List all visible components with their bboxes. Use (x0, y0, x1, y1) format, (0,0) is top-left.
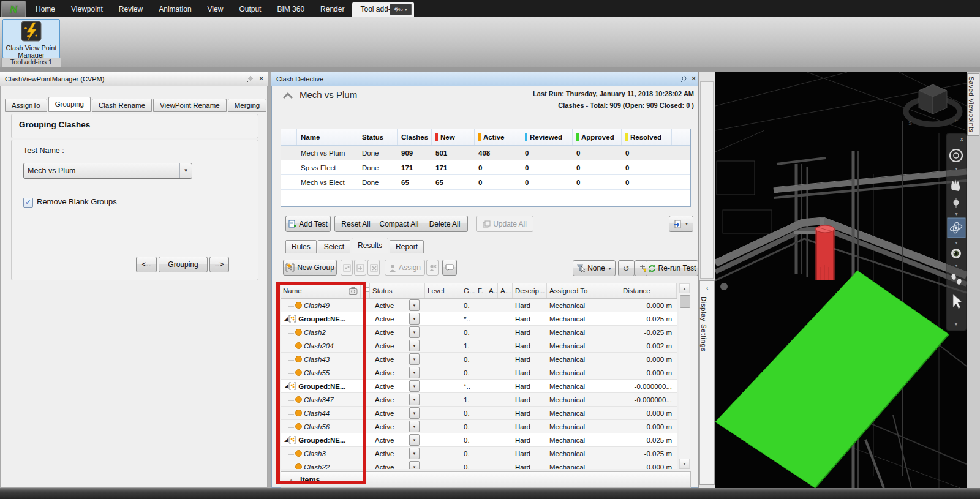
status-dropdown-button[interactable]: ▼ (409, 326, 420, 338)
summary-col-clashes[interactable]: Clashes (398, 129, 432, 145)
close-icon[interactable]: x (960, 136, 963, 142)
clash-view-point-manager-button[interactable]: Clash View Point Manager (2, 19, 60, 58)
results-col-a2[interactable]: A... (498, 283, 513, 298)
status-dropdown-button[interactable]: ▼ (409, 461, 420, 469)
results-col-asgn[interactable]: Assigned To (547, 283, 620, 298)
results-clash-row[interactable]: Clash44Active▼0.HardMechanical0.000 m (281, 407, 677, 420)
results-col-level[interactable]: Level (425, 283, 461, 298)
items-section-bar[interactable]: ▲ Items (281, 471, 691, 488)
ribbon-tab-review[interactable]: Review (111, 2, 151, 17)
add-comment-button[interactable] (442, 260, 457, 276)
summary-col-status[interactable]: Status (358, 129, 398, 145)
status-dropdown-button[interactable]: ▼ (409, 434, 420, 446)
close-icon[interactable]: ✕ (691, 75, 696, 82)
ribbon-tab-view[interactable]: View (200, 2, 232, 17)
undo-button[interactable]: ↺ (618, 260, 635, 276)
status-dropdown-button[interactable]: ▼ (409, 394, 420, 405)
ribbon-tab-home[interactable]: Home (28, 2, 63, 17)
orbit-icon[interactable] (948, 218, 965, 238)
status-dropdown-button[interactable]: ▼ (409, 407, 420, 419)
scrollbar-thumb[interactable] (680, 295, 690, 308)
results-clash-row[interactable]: Clash43Active▼0.HardMechanical0.000 m (281, 353, 677, 366)
cvpm-panel-titlebar[interactable]: ClashViewPointManager (CVPM) ✕ (0, 72, 268, 86)
close-icon[interactable]: ✕ (258, 75, 264, 82)
status-dropdown-button[interactable]: ▼ (409, 380, 420, 392)
status-dropdown-button[interactable]: ▼ (409, 448, 420, 459)
summary-col-resolved[interactable]: Resolved (622, 129, 672, 145)
summary-row[interactable]: Mech vs PlumDone909501408000 (281, 146, 690, 160)
new-group-button[interactable]: New Group (283, 260, 337, 276)
ribbon-tab-output[interactable]: Output (231, 2, 269, 17)
add-test-button[interactable]: Add Test (285, 216, 331, 232)
grouping-button[interactable]: Grouping (159, 257, 208, 272)
tree-expanded-icon[interactable]: ◢ (284, 437, 288, 443)
results-scrollbar[interactable]: ▲ ▼ (679, 283, 690, 469)
results-group-row[interactable]: ◢Grouped:NE...Active▼*..HardMechanical-0… (281, 312, 677, 326)
summary-col-active[interactable]: Active (475, 129, 521, 145)
results-col-a1[interactable]: A.. (486, 283, 498, 298)
summary-row[interactable]: Mech vs ElectDone65650000 (281, 175, 690, 190)
results-col-cmt[interactable] (361, 283, 370, 298)
summary-col-new[interactable]: New (432, 129, 475, 145)
clash-detective-titlebar[interactable]: Clash Detective ✕ (271, 72, 698, 86)
ribbon-tab-animation[interactable]: Animation (151, 2, 199, 17)
scroll-down-icon[interactable]: ▼ (679, 459, 690, 468)
results-col-f[interactable]: F. (475, 283, 486, 298)
pin-icon[interactable] (680, 76, 687, 83)
rerun-test-button[interactable]: Re-run Test (646, 260, 698, 276)
results-col-name[interactable]: Name (281, 283, 361, 298)
status-dropdown-button[interactable]: ▼ (409, 313, 420, 325)
results-col-sbtn[interactable] (404, 283, 425, 298)
summary-col-approved[interactable]: Approved (573, 129, 622, 145)
saved-viewpoints-tab[interactable]: Saved Viewpoints (967, 73, 979, 136)
cvpm-tab-grouping[interactable]: Grouping (48, 97, 91, 112)
cd-tab-report[interactable]: Report (390, 240, 424, 253)
delete-all-button[interactable]: Delete All (422, 216, 468, 232)
application-menu-button[interactable]: N (1, 1, 26, 18)
test-name-dropdown[interactable]: Mech vs Plum ▼ (23, 163, 192, 179)
cd-tab-rules[interactable]: Rules (285, 240, 317, 253)
results-col-desc[interactable]: Descrip... (513, 283, 547, 298)
summary-col-name[interactable]: Name (297, 129, 358, 145)
results-clash-row[interactable]: Clash204Active▼1.HardMechanical-0.002 m (281, 339, 677, 353)
compact-all-button[interactable]: Compact All (375, 216, 423, 232)
results-clash-row[interactable]: Clash49Active▼0.HardMechanical0.000 m (281, 299, 677, 312)
cd-tab-select[interactable]: Select (318, 240, 350, 253)
summary-col-reviewed[interactable]: Reviewed (521, 129, 573, 145)
results-clash-row[interactable]: Clash2Active▼0.HardMechanical-0.025 m (281, 326, 677, 339)
navigation-toolbar[interactable]: x ▼ ▼ ▼ ▼ (946, 133, 967, 331)
forward-button[interactable]: --> (209, 257, 229, 272)
results-col-g[interactable]: G... (461, 283, 475, 298)
results-clash-row[interactable]: Clash347Active▼1.HardMechanical-0.000000… (281, 393, 677, 407)
status-dropdown-button[interactable]: ▼ (409, 299, 420, 311)
reset-all-button[interactable]: Reset All (334, 216, 377, 232)
status-dropdown-button[interactable]: ▼ (409, 353, 420, 365)
remove-blank-groups-checkbox[interactable]: ✓ (23, 198, 33, 208)
ribbon-collapse-button[interactable]: �io▾ (390, 4, 412, 15)
cvpm-tab-merging[interactable]: Merging (228, 99, 267, 112)
summary-row[interactable]: Sp vs ElectDone1711710000 (281, 160, 690, 175)
cvpm-tab-clash-rename[interactable]: Clash Rename (92, 99, 152, 112)
display-settings-tab[interactable]: ‹ Display Settings (699, 280, 715, 485)
filter-dropdown[interactable]: None ▼ (573, 260, 616, 276)
ribbon-tab-viewpoint[interactable]: Viewpoint (63, 2, 111, 17)
export-report-button[interactable]: ▼ (669, 216, 693, 232)
status-dropdown-button[interactable]: ▼ (409, 367, 420, 378)
results-col-dist[interactable]: Distance (620, 283, 677, 298)
results-group-row[interactable]: ◢Grouped:NE...Active▼*..HardMechanical-0… (281, 380, 677, 393)
tree-expanded-icon[interactable]: ◢ (284, 316, 288, 321)
ribbon-tab-bim-360[interactable]: BIM 360 (269, 2, 312, 17)
results-clash-row[interactable]: Clash3Active▼0.HardMechanical-0.025 m (281, 447, 677, 460)
pin-icon[interactable] (247, 76, 254, 83)
cd-tab-results[interactable]: Results (352, 238, 388, 253)
results-clash-row[interactable]: Clash56Active▼0.HardMechanical0.000 m (281, 420, 677, 433)
results-clash-row[interactable]: Clash22Active▼0.HardMechanical0.000 m (281, 460, 677, 469)
results-group-row[interactable]: ◢Grouped:NE...Active▼0.HardMechanical-0.… (281, 433, 677, 447)
3d-viewport[interactable]: S E x ▼ ▼ ▼ (715, 72, 967, 488)
cvpm-tab-viewpoint-rename[interactable]: ViewPoint Rename (153, 99, 227, 112)
cvpm-tab-assignto[interactable]: AssignTo (5, 99, 47, 112)
scroll-up-icon[interactable]: ▲ (679, 283, 690, 293)
status-dropdown-button[interactable]: ▼ (409, 340, 420, 351)
collapse-chevron-icon[interactable] (282, 92, 293, 99)
status-dropdown-button[interactable]: ▼ (409, 421, 420, 432)
